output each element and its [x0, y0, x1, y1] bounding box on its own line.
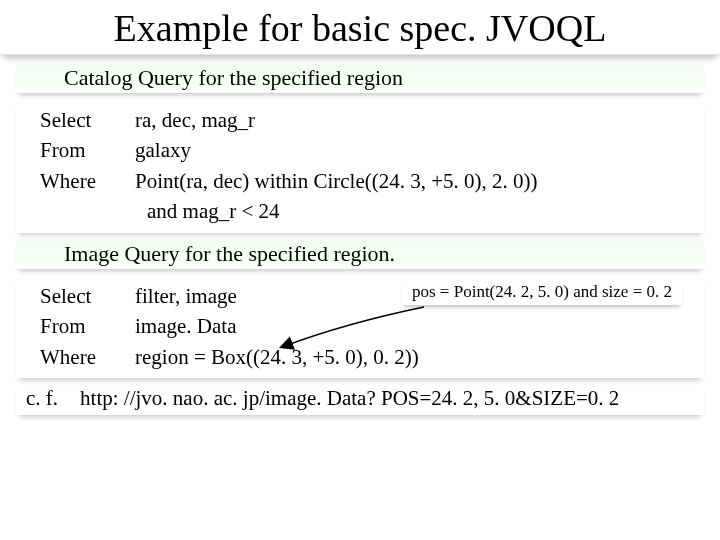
query-row: Where region = Box((24. 3, +5. 0), 0. 2)… [40, 342, 704, 372]
keyword-where: Where [40, 342, 135, 372]
annotation-box: pos = Point(24. 2, 5. 0) and size = 0. 2 [402, 281, 682, 305]
cf-url: http: //jvo. nao. ac. jp/image. Data? PO… [80, 386, 704, 411]
section-header-image: Image Query for the specified region. [16, 239, 704, 269]
slide-title: Example for basic spec. JVOQL [0, 0, 720, 55]
query-row: Select ra, dec, mag_r [40, 105, 704, 135]
value-where-cont: and mag_r < 24 [40, 196, 704, 226]
cf-row: c. f. http: //jvo. nao. ac. jp/image. Da… [16, 384, 704, 415]
value-where: region = Box((24. 3, +5. 0), 0. 2)) [135, 342, 704, 372]
keyword-from: From [40, 311, 135, 341]
keyword-select: Select [40, 281, 135, 311]
query-block-catalog: Select ra, dec, mag_r From galaxy Where … [16, 101, 704, 233]
query-row: Where Point(ra, dec) within Circle((24. … [40, 166, 704, 196]
value-from: galaxy [135, 135, 704, 165]
section-header-catalog: Catalog Query for the specified region [16, 63, 704, 93]
cf-label: c. f. [26, 386, 58, 411]
keyword-from: From [40, 135, 135, 165]
keyword-where: Where [40, 166, 135, 196]
query-row: From image. Data [40, 311, 704, 341]
value-select: ra, dec, mag_r [135, 105, 704, 135]
query-row: From galaxy [40, 135, 704, 165]
value-where: Point(ra, dec) within Circle((24. 3, +5.… [135, 166, 704, 196]
value-from: image. Data [135, 311, 704, 341]
query-block-image: Select filter, image From image. Data Wh… [16, 277, 704, 378]
keyword-select: Select [40, 105, 135, 135]
